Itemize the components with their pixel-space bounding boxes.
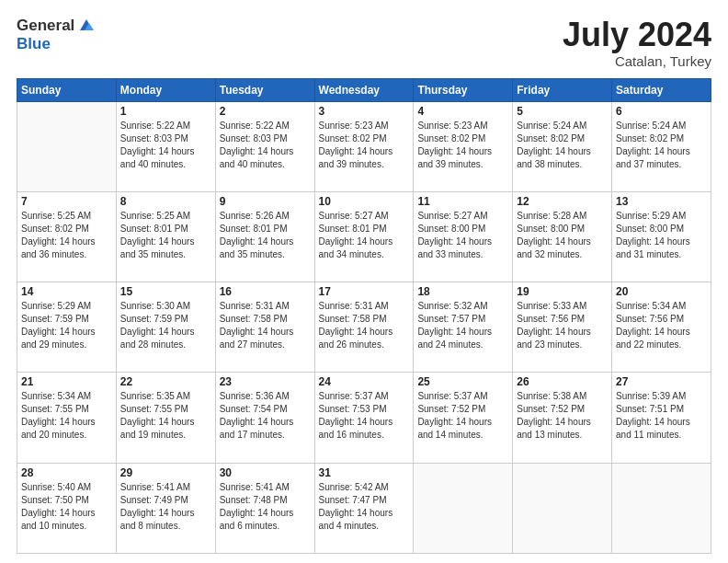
cell-info: Sunrise: 5:23 AM Sunset: 8:02 PM Dayligh… [319, 120, 410, 171]
day-number: 7 [21, 195, 112, 208]
month-year-title: July 2024 [563, 17, 711, 53]
day-number: 14 [21, 285, 112, 298]
weekday-header-friday: Friday [513, 78, 612, 101]
calendar-cell: 29Sunrise: 5:41 AM Sunset: 7:49 PM Dayli… [116, 463, 215, 553]
cell-info: Sunrise: 5:34 AM Sunset: 7:55 PM Dayligh… [21, 390, 112, 442]
cell-info: Sunrise: 5:22 AM Sunset: 8:03 PM Dayligh… [220, 120, 311, 171]
day-number: 24 [319, 375, 410, 388]
calendar-cell: 19Sunrise: 5:33 AM Sunset: 7:56 PM Dayli… [513, 282, 612, 373]
week-row-3: 14Sunrise: 5:29 AM Sunset: 7:59 PM Dayli… [17, 282, 711, 373]
cell-info: Sunrise: 5:36 AM Sunset: 7:54 PM Dayligh… [220, 390, 311, 442]
calendar-cell: 11Sunrise: 5:27 AM Sunset: 8:00 PM Dayli… [414, 191, 513, 282]
cell-info: Sunrise: 5:34 AM Sunset: 7:56 PM Dayligh… [616, 300, 707, 351]
day-number: 31 [319, 466, 410, 479]
day-number: 9 [220, 195, 311, 208]
cell-info: Sunrise: 5:39 AM Sunset: 7:51 PM Dayligh… [616, 390, 707, 442]
day-number: 8 [120, 195, 211, 208]
calendar-cell: 6Sunrise: 5:24 AM Sunset: 8:02 PM Daylig… [612, 101, 711, 191]
calendar-cell: 10Sunrise: 5:27 AM Sunset: 8:01 PM Dayli… [314, 191, 414, 282]
calendar-cell [414, 463, 513, 553]
weekday-header-wednesday: Wednesday [314, 78, 414, 101]
calendar-cell [17, 101, 117, 191]
day-number: 30 [220, 466, 311, 479]
weekday-header-saturday: Saturday [612, 78, 711, 101]
calendar-cell: 1Sunrise: 5:22 AM Sunset: 8:03 PM Daylig… [116, 101, 215, 191]
cell-info: Sunrise: 5:22 AM Sunset: 8:03 PM Dayligh… [120, 120, 211, 171]
day-number: 21 [21, 375, 112, 388]
day-number: 3 [319, 105, 410, 118]
calendar-cell: 15Sunrise: 5:30 AM Sunset: 7:59 PM Dayli… [116, 282, 215, 373]
calendar-cell: 24Sunrise: 5:37 AM Sunset: 7:53 PM Dayli… [314, 373, 414, 463]
calendar-cell: 21Sunrise: 5:34 AM Sunset: 7:55 PM Dayli… [17, 373, 117, 463]
day-number: 13 [616, 195, 707, 208]
week-row-4: 21Sunrise: 5:34 AM Sunset: 7:55 PM Dayli… [17, 373, 711, 463]
day-number: 10 [319, 195, 410, 208]
weekday-header-row: SundayMondayTuesdayWednesdayThursdayFrid… [17, 78, 711, 101]
cell-info: Sunrise: 5:37 AM Sunset: 7:52 PM Dayligh… [417, 390, 508, 442]
cell-info: Sunrise: 5:40 AM Sunset: 7:50 PM Dayligh… [21, 481, 112, 533]
day-number: 16 [220, 285, 311, 298]
cell-info: Sunrise: 5:38 AM Sunset: 7:52 PM Dayligh… [517, 390, 608, 442]
cell-info: Sunrise: 5:29 AM Sunset: 8:00 PM Dayligh… [616, 210, 707, 261]
cell-info: Sunrise: 5:25 AM Sunset: 8:01 PM Dayligh… [120, 210, 211, 261]
calendar-cell: 28Sunrise: 5:40 AM Sunset: 7:50 PM Dayli… [17, 463, 117, 553]
calendar-cell: 16Sunrise: 5:31 AM Sunset: 7:58 PM Dayli… [215, 282, 314, 373]
day-number: 5 [517, 105, 608, 118]
calendar-cell: 2Sunrise: 5:22 AM Sunset: 8:03 PM Daylig… [215, 101, 314, 191]
cell-info: Sunrise: 5:29 AM Sunset: 7:59 PM Dayligh… [21, 300, 112, 351]
cell-info: Sunrise: 5:26 AM Sunset: 8:01 PM Dayligh… [220, 210, 311, 261]
day-number: 28 [21, 466, 112, 479]
cell-info: Sunrise: 5:42 AM Sunset: 7:47 PM Dayligh… [319, 481, 410, 533]
cell-info: Sunrise: 5:24 AM Sunset: 8:02 PM Dayligh… [616, 120, 707, 171]
week-row-5: 28Sunrise: 5:40 AM Sunset: 7:50 PM Dayli… [17, 463, 711, 553]
calendar-cell: 22Sunrise: 5:35 AM Sunset: 7:55 PM Dayli… [116, 373, 215, 463]
cell-info: Sunrise: 5:27 AM Sunset: 8:00 PM Dayligh… [417, 210, 508, 261]
day-number: 2 [220, 105, 311, 118]
calendar-table: SundayMondayTuesdayWednesdayThursdayFrid… [17, 78, 711, 554]
logo-icon [76, 17, 97, 34]
title-section: July 2024 Catalan, Turkey [563, 17, 711, 69]
day-number: 11 [417, 195, 508, 208]
cell-info: Sunrise: 5:25 AM Sunset: 8:02 PM Dayligh… [21, 210, 112, 261]
day-number: 19 [517, 285, 608, 298]
cell-info: Sunrise: 5:27 AM Sunset: 8:01 PM Dayligh… [319, 210, 410, 261]
calendar-cell: 8Sunrise: 5:25 AM Sunset: 8:01 PM Daylig… [116, 191, 215, 282]
calendar-cell: 30Sunrise: 5:41 AM Sunset: 7:48 PM Dayli… [215, 463, 314, 553]
cell-info: Sunrise: 5:30 AM Sunset: 7:59 PM Dayligh… [120, 300, 211, 351]
logo-blue: Blue [17, 35, 51, 53]
cell-info: Sunrise: 5:32 AM Sunset: 7:57 PM Dayligh… [417, 300, 508, 351]
logo: General Blue [17, 17, 97, 53]
weekday-header-monday: Monday [116, 78, 215, 101]
day-number: 4 [417, 105, 508, 118]
calendar-cell: 13Sunrise: 5:29 AM Sunset: 8:00 PM Dayli… [612, 191, 711, 282]
page: General Blue July 2024 Catalan, Turkey S… [0, 0, 728, 563]
calendar-cell: 4Sunrise: 5:23 AM Sunset: 8:02 PM Daylig… [414, 101, 513, 191]
cell-info: Sunrise: 5:28 AM Sunset: 8:00 PM Dayligh… [517, 210, 608, 261]
cell-info: Sunrise: 5:23 AM Sunset: 8:02 PM Dayligh… [417, 120, 508, 171]
cell-info: Sunrise: 5:24 AM Sunset: 8:02 PM Dayligh… [517, 120, 608, 171]
cell-info: Sunrise: 5:33 AM Sunset: 7:56 PM Dayligh… [517, 300, 608, 351]
day-number: 1 [120, 105, 211, 118]
calendar-cell: 27Sunrise: 5:39 AM Sunset: 7:51 PM Dayli… [612, 373, 711, 463]
cell-info: Sunrise: 5:41 AM Sunset: 7:49 PM Dayligh… [120, 481, 211, 533]
week-row-1: 1Sunrise: 5:22 AM Sunset: 8:03 PM Daylig… [17, 101, 711, 191]
calendar-cell: 17Sunrise: 5:31 AM Sunset: 7:58 PM Dayli… [314, 282, 414, 373]
day-number: 17 [319, 285, 410, 298]
day-number: 26 [517, 375, 608, 388]
day-number: 20 [616, 285, 707, 298]
header: General Blue July 2024 Catalan, Turkey [17, 17, 711, 69]
calendar-cell: 25Sunrise: 5:37 AM Sunset: 7:52 PM Dayli… [414, 373, 513, 463]
day-number: 25 [417, 375, 508, 388]
weekday-header-thursday: Thursday [414, 78, 513, 101]
cell-info: Sunrise: 5:35 AM Sunset: 7:55 PM Dayligh… [120, 390, 211, 442]
calendar-cell: 26Sunrise: 5:38 AM Sunset: 7:52 PM Dayli… [513, 373, 612, 463]
calendar-cell: 9Sunrise: 5:26 AM Sunset: 8:01 PM Daylig… [215, 191, 314, 282]
cell-info: Sunrise: 5:37 AM Sunset: 7:53 PM Dayligh… [319, 390, 410, 442]
calendar-cell [513, 463, 612, 553]
calendar-cell: 20Sunrise: 5:34 AM Sunset: 7:56 PM Dayli… [612, 282, 711, 373]
logo-general: General [17, 17, 74, 35]
day-number: 6 [616, 105, 707, 118]
weekday-header-sunday: Sunday [17, 78, 117, 101]
calendar-cell: 3Sunrise: 5:23 AM Sunset: 8:02 PM Daylig… [314, 101, 414, 191]
calendar-cell: 7Sunrise: 5:25 AM Sunset: 8:02 PM Daylig… [17, 191, 117, 282]
